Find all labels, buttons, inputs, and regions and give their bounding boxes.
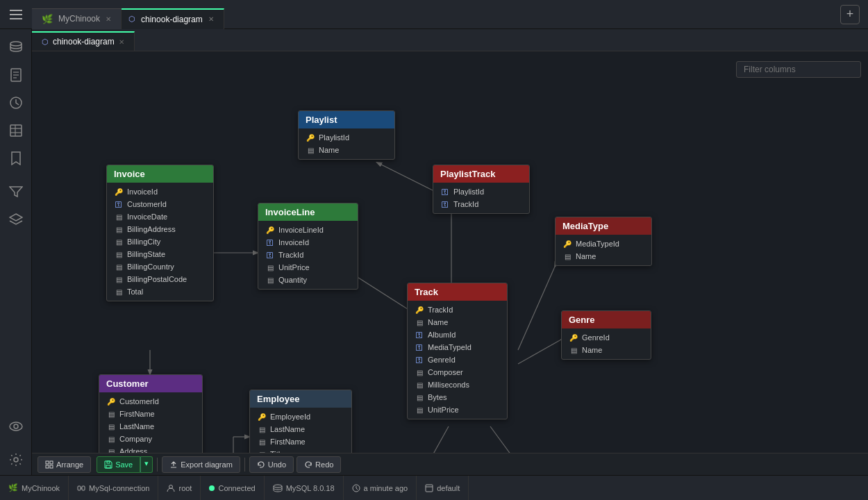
svg-point-16 xyxy=(14,458,18,462)
sidebar xyxy=(0,29,32,475)
toolbar-separator-2 xyxy=(244,458,245,472)
svg-rect-35 xyxy=(78,486,81,490)
field-cust-id: 🔑CustomerId xyxy=(99,395,202,408)
table-invoice[interactable]: Invoice 🔑InvoiceId ⚿CustomerId ▤InvoiceD… xyxy=(106,165,214,301)
field-track-ms: ▤Milliseconds xyxy=(408,378,507,391)
field-cust-lname: ▤LastName xyxy=(99,420,202,433)
svg-rect-9 xyxy=(10,125,22,136)
field-genre-id: 🔑GenreId xyxy=(562,331,651,344)
field-track-id: 🔑TrackId xyxy=(408,303,507,316)
field-track-genreid: ⚿GenreId xyxy=(408,353,507,366)
svg-rect-36 xyxy=(82,486,85,490)
diagram-tab[interactable]: ⬡ chinook-diagram ✕ xyxy=(122,8,224,29)
table-genre-body: 🔑GenreId ▤Name xyxy=(562,328,651,359)
field-inv-addr: ▤BillingAddress xyxy=(107,223,213,235)
table-invoiceline[interactable]: InvoiceLine 🔑InvoiceLineId ⚿InvoiceId ⚿T… xyxy=(258,203,358,290)
table-employee-header: Employee xyxy=(250,390,351,408)
main-canvas[interactable]: ⬡ chinook-diagram ✕ xyxy=(32,29,868,475)
undo-button[interactable]: Undo xyxy=(249,456,294,473)
field-track-composer: ▤Composer xyxy=(408,366,507,378)
table-genre[interactable]: Genre 🔑GenreId ▤Name xyxy=(561,310,651,360)
table-playlisttrack-body: ⚿PlaylistId ⚿TrackId xyxy=(433,183,529,213)
field-inv-customerid: ⚿CustomerId xyxy=(107,198,213,210)
field-pt-trackid: ⚿TrackId xyxy=(433,198,529,210)
table-invoiceline-header: InvoiceLine xyxy=(258,203,358,221)
table-track-header: Track xyxy=(408,283,507,301)
svg-line-17 xyxy=(377,162,433,190)
field-il-invid: ⚿InvoiceId xyxy=(258,236,358,249)
table-genre-header: Genre xyxy=(562,311,651,328)
window-tab-mychinook[interactable]: 🌿 MyChinook ✕ xyxy=(32,8,122,29)
table-customer-header: Customer xyxy=(99,375,202,392)
field-mt-name: ▤Name xyxy=(556,250,651,262)
status-connection[interactable]: MySql-connection xyxy=(69,476,158,500)
table-track[interactable]: Track 🔑TrackId ▤Name ⚿AlbumId ⚿MediaType… xyxy=(407,283,508,419)
svg-marker-13 xyxy=(10,214,22,221)
redo-button[interactable]: Redo xyxy=(297,456,341,473)
arrange-button[interactable]: Arrange xyxy=(37,456,91,473)
field-il-trackid: ⚿TrackId xyxy=(258,249,358,261)
field-inv-country: ▤BillingCountry xyxy=(107,260,213,273)
connected-dot xyxy=(209,485,215,491)
sidebar-btn-bookmark[interactable] xyxy=(3,146,28,171)
diagram-tab-chinook-close[interactable]: ✕ xyxy=(119,38,124,46)
status-db-version: MySQL 8.0.18 xyxy=(265,476,344,500)
sidebar-btn-settings[interactable] xyxy=(3,447,28,472)
table-invoice-header: Invoice xyxy=(107,165,213,183)
svg-point-3 xyxy=(10,42,22,46)
save-dropdown-button[interactable]: ▾ xyxy=(140,456,153,473)
table-playlist-header: Playlist xyxy=(299,111,394,128)
field-inv-total: ▤Total xyxy=(107,285,213,298)
diagram-tab-label: chinook-diagram xyxy=(141,15,203,24)
canvas-inner[interactable]: Playlist 🔑PlaylistId ▤Name PlaylistTrack… xyxy=(32,51,868,475)
sidebar-btn-database[interactable] xyxy=(3,35,28,60)
field-inv-postal: ▤BillingPostalCode xyxy=(107,273,213,285)
svg-point-15 xyxy=(14,424,18,428)
window-tab-label: MyChinook xyxy=(58,14,100,24)
status-bar: 🌿 MyChinook MySql-connection root Connec… xyxy=(0,475,868,500)
field-track-albumid: ⚿AlbumId xyxy=(408,328,507,341)
svg-rect-33 xyxy=(106,465,110,468)
field-playlist-name: ▤Name xyxy=(299,144,394,156)
sidebar-btn-filter[interactable] xyxy=(3,179,28,204)
svg-rect-41 xyxy=(426,485,433,492)
add-tab-button[interactable]: + xyxy=(840,5,860,24)
toolbar-separator-1 xyxy=(157,458,158,472)
svg-rect-2 xyxy=(10,18,22,19)
table-playlisttrack-header: PlaylistTrack xyxy=(433,165,529,183)
top-bar: 🌿 MyChinook ✕ ⬡ chinook-diagram ✕ + xyxy=(0,0,868,29)
svg-line-22 xyxy=(518,340,561,364)
status-connected: Connected xyxy=(201,476,264,500)
field-mt-id: 🔑MediaTypeId xyxy=(556,238,651,250)
table-playlist[interactable]: Playlist 🔑PlaylistId ▤Name xyxy=(298,110,395,160)
table-invoiceline-body: 🔑InvoiceLineId ⚿InvoiceId ⚿TrackId ▤Unit… xyxy=(258,221,358,289)
table-mediatype-header: MediaType xyxy=(556,217,651,235)
field-il-qty: ▤Quantity xyxy=(258,274,358,286)
svg-point-39 xyxy=(274,485,282,488)
sidebar-btn-layers[interactable] xyxy=(3,207,28,232)
svg-rect-0 xyxy=(10,10,22,11)
svg-rect-31 xyxy=(46,465,49,468)
table-playlisttrack[interactable]: PlaylistTrack ⚿PlaylistId ⚿TrackId xyxy=(433,165,530,214)
window-tab-close[interactable]: ✕ xyxy=(106,15,111,23)
sidebar-btn-table[interactable] xyxy=(3,118,28,143)
status-app: 🌿 MyChinook xyxy=(0,476,69,500)
export-diagram-button[interactable]: Export diagram xyxy=(162,456,240,473)
table-mediatype[interactable]: MediaType 🔑MediaTypeId ▤Name xyxy=(555,217,652,266)
field-cust-fname: ▤FirstName xyxy=(99,408,202,420)
field-il-unitprice: ▤UnitPrice xyxy=(258,261,358,274)
sidebar-btn-eye[interactable] xyxy=(3,414,28,439)
hamburger-menu[interactable] xyxy=(0,0,32,29)
sidebar-btn-file[interactable] xyxy=(3,62,28,88)
svg-rect-34 xyxy=(107,461,110,463)
sidebar-btn-history[interactable] xyxy=(3,90,28,115)
svg-line-21 xyxy=(518,267,555,350)
field-inv-date: ▤InvoiceDate xyxy=(107,210,213,223)
status-time: a minute ago xyxy=(344,476,417,500)
diagram-tab-close[interactable]: ✕ xyxy=(208,15,214,23)
filter-columns-input[interactable] xyxy=(736,61,861,78)
field-track-unitprice: ▤UnitPrice xyxy=(408,403,507,416)
status-schema: default xyxy=(417,476,469,500)
save-button[interactable]: Save xyxy=(97,456,140,473)
diagram-tab-chinook[interactable]: ⬡ chinook-diagram ✕ xyxy=(32,31,135,51)
